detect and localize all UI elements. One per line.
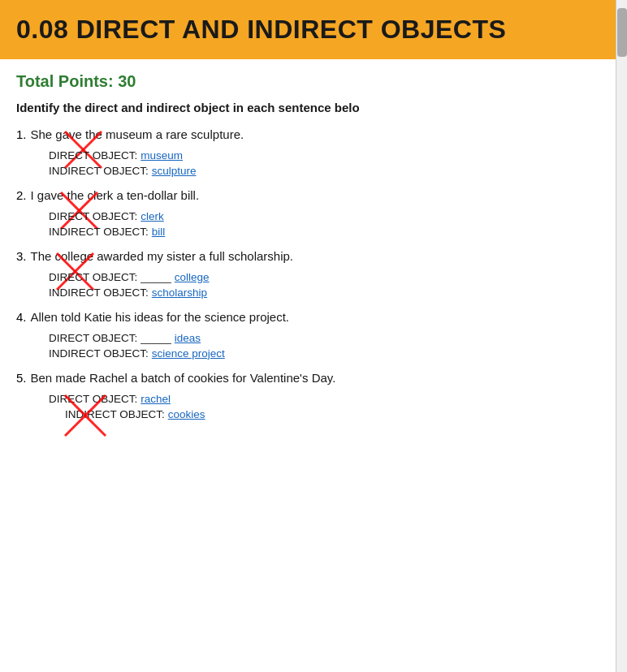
list-item: 3. The college awarded my sister a full … xyxy=(16,249,599,299)
question-sentence: She gave the museum a rare sculpture. xyxy=(31,127,244,141)
question-sentence: I gave the clerk a ten-dollar bill. xyxy=(31,188,200,202)
answer-line-do-1: DIRECT OBJECT: museum xyxy=(49,149,599,162)
do-label-3: DIRECT OBJECT: xyxy=(49,271,137,283)
question-list: 1. She gave the museum a rare sculpture.… xyxy=(16,127,599,420)
page-title: 0.08 DIRECT AND INDIRECT OBJECTS xyxy=(16,15,599,45)
answer-line-io-3: INDIRECT OBJECT: scholarship xyxy=(49,286,599,299)
do-value-4[interactable]: ideas xyxy=(175,332,201,344)
io-value-5[interactable]: cookies xyxy=(168,408,205,420)
do-value-3[interactable]: college xyxy=(175,271,210,283)
question-number: 1. xyxy=(16,127,27,141)
question-sentence: The college awarded my sister a full sch… xyxy=(31,249,293,263)
do-value-5[interactable]: rachel xyxy=(141,393,171,405)
answer-line-io-2: INDIRECT OBJECT: bill xyxy=(49,226,599,238)
answer-line-do-4: DIRECT OBJECT: _____ ideas xyxy=(49,332,599,344)
scrollbar[interactable] xyxy=(616,0,627,672)
io-value-1[interactable]: sculpture xyxy=(152,165,197,177)
header-banner: 0.08 DIRECT AND INDIRECT OBJECTS xyxy=(0,0,616,59)
do-value-1[interactable]: museum xyxy=(141,149,183,162)
question-number: 5. xyxy=(16,371,27,385)
content-area: Total Points: 30 Identify the direct and… xyxy=(0,72,616,448)
question-number: 2. xyxy=(16,188,27,202)
do-label-4: DIRECT OBJECT: xyxy=(49,332,137,344)
io-label-5: INDIRECT OBJECT: xyxy=(65,408,165,420)
io-value-2[interactable]: bill xyxy=(152,226,166,238)
instructions: Identify the direct and indirect object … xyxy=(16,99,599,116)
do-blank-4: _____ xyxy=(141,332,171,344)
answer-line-do-3: DIRECT OBJECT: _____ college xyxy=(49,271,599,283)
io-value-4[interactable]: science project xyxy=(152,347,225,360)
io-value-3[interactable]: scholarship xyxy=(152,286,207,299)
list-item: 5. Ben made Rachel a batch of cookies fo… xyxy=(16,371,599,420)
total-points: Total Points: 30 xyxy=(16,72,599,91)
list-item: 4. Allen told Katie his ideas for the sc… xyxy=(16,310,599,360)
question-number: 4. xyxy=(16,310,27,324)
question-sentence: Allen told Katie his ideas for the scien… xyxy=(31,310,290,324)
do-label-2: DIRECT OBJECT: xyxy=(49,210,137,222)
question-number: 3. xyxy=(16,249,27,263)
list-item: 1. She gave the museum a rare sculpture.… xyxy=(16,127,599,177)
answer-line-io-4: INDIRECT OBJECT: science project xyxy=(49,347,599,360)
scrollbar-thumb[interactable] xyxy=(617,8,627,57)
answer-line-io-5: INDIRECT OBJECT: cookies xyxy=(65,408,599,420)
answer-line-do-2: DIRECT OBJECT: clerk xyxy=(49,210,599,222)
question-sentence: Ben made Rachel a batch of cookies for V… xyxy=(31,371,336,385)
answer-line-io-1: INDIRECT OBJECT: sculpture xyxy=(49,165,599,177)
io-label-2: INDIRECT OBJECT: xyxy=(49,226,149,238)
answer-line-do-5: DIRECT OBJECT: rachel xyxy=(49,393,599,405)
list-item: 2. I gave the clerk a ten-dollar bill. D… xyxy=(16,188,599,238)
io-label-4: INDIRECT OBJECT: xyxy=(49,347,149,360)
do-label-5: DIRECT OBJECT: xyxy=(49,393,137,405)
io-label-1: INDIRECT OBJECT: xyxy=(49,165,149,177)
do-blank-3: _____ xyxy=(141,271,171,283)
do-label-1: DIRECT OBJECT: xyxy=(49,149,137,162)
do-value-2[interactable]: clerk xyxy=(141,210,164,222)
io-label-3: INDIRECT OBJECT: xyxy=(49,286,149,299)
